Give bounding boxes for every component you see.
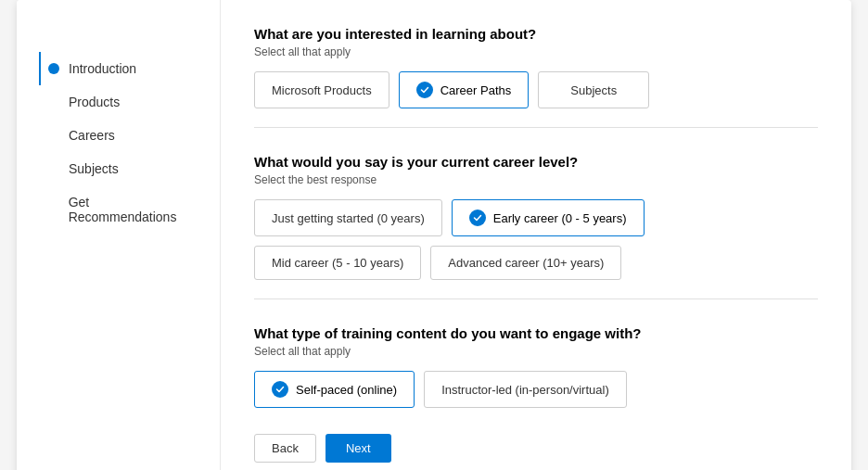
option-subjects[interactable]: Subjects [538, 71, 649, 108]
checkmark-icon [473, 213, 482, 222]
checkmark-icon [275, 385, 285, 394]
check-circle-icon [469, 210, 486, 226]
section-divider [254, 299, 818, 299]
option-mid-career[interactable]: Mid career (5 - 10 years) [254, 246, 421, 280]
option-career-paths[interactable]: Career Paths [399, 71, 530, 108]
empty-dot [48, 163, 59, 174]
section-subtitle-career-level: Select the best response [254, 173, 818, 186]
check-circle-icon [416, 82, 433, 98]
next-button[interactable]: Next [326, 434, 391, 463]
section-divider [254, 127, 818, 128]
sidebar: IntroductionProductsCareersSubjectsGet R… [17, 0, 221, 470]
section-subtitle-interests: Select all that apply [254, 45, 818, 58]
sidebar-item-introduction[interactable]: Introduction [39, 52, 198, 85]
options-row-training-type: Self-paced (online) Instructor-led (in-p… [254, 371, 818, 408]
option-early-career[interactable]: Early career (0 - 5 years) [452, 199, 645, 236]
section-subtitle-training-type: Select all that apply [254, 345, 818, 358]
sidebar-item-products[interactable]: Products [39, 85, 198, 119]
sidebar-item-careers[interactable]: Careers [39, 119, 198, 152]
section-career-level: What would you say is your current caree… [254, 154, 818, 299]
nav-list: IntroductionProductsCareersSubjectsGet R… [39, 52, 198, 234]
section-title-career-level: What would you say is your current caree… [254, 154, 818, 170]
sidebar-item-subjects[interactable]: Subjects [39, 152, 198, 185]
active-dot [48, 63, 59, 74]
options-row-career-level: Just getting started (0 years) Early car… [254, 199, 818, 280]
section-interests: What are you interested in learning abou… [254, 26, 818, 128]
page-container: IntroductionProductsCareersSubjectsGet R… [17, 0, 851, 470]
footer-buttons: BackNext [254, 434, 818, 463]
empty-dot [48, 96, 59, 108]
empty-dot [48, 204, 59, 215]
back-button[interactable]: Back [254, 434, 316, 463]
main-content: What are you interested in learning abou… [221, 0, 851, 470]
option-self-paced[interactable]: Self-paced (online) [254, 371, 415, 408]
option-just-getting-started[interactable]: Just getting started (0 years) [254, 199, 442, 236]
option-advanced-career[interactable]: Advanced career (10+ years) [430, 246, 621, 280]
sidebar-item-get-recommendations[interactable]: Get Recommendations [39, 185, 198, 234]
check-circle-icon [272, 381, 288, 398]
option-instructor-led[interactable]: Instructor-led (in-person/virtual) [424, 371, 627, 408]
option-microsoft-products[interactable]: Microsoft Products [254, 71, 389, 108]
section-title-interests: What are you interested in learning abou… [254, 26, 818, 42]
section-title-training-type: What type of training content do you wan… [254, 325, 818, 341]
options-row-interests: Microsoft Products Career Paths Subjects [254, 71, 818, 108]
empty-dot [48, 130, 59, 141]
checkmark-icon [420, 85, 429, 95]
section-training-type: What type of training content do you wan… [254, 325, 818, 408]
